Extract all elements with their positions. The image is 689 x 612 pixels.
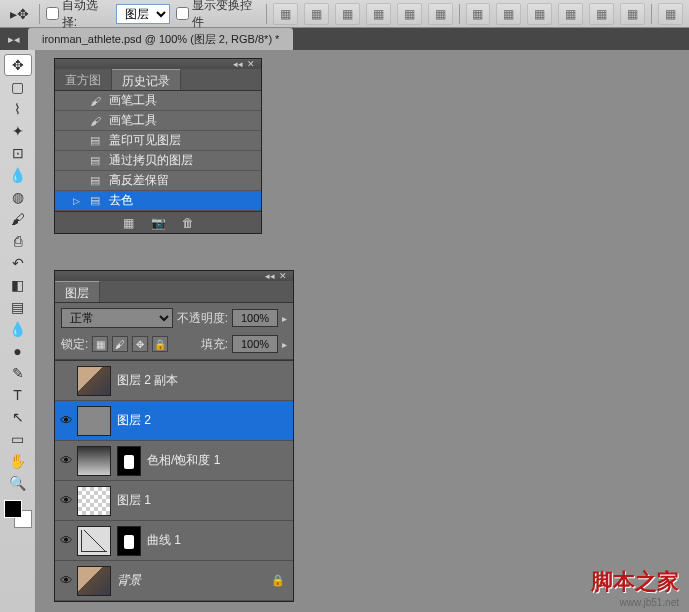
distribute-btn-4[interactable]: ▦ bbox=[558, 3, 583, 25]
layer-mask-thumbnail[interactable] bbox=[117, 526, 141, 556]
fill-arrow-icon[interactable]: ▸ bbox=[282, 339, 287, 350]
brush-tool[interactable]: 🖌 bbox=[4, 208, 32, 230]
history-item[interactable]: ▷▤去色 bbox=[55, 191, 261, 211]
document-tab[interactable]: ironman_athlete.psd @ 100% (图层 2, RGB/8*… bbox=[28, 28, 293, 50]
color-swatches[interactable] bbox=[4, 500, 32, 528]
lock-icon: 🔒 bbox=[271, 574, 285, 587]
layer-name[interactable]: 背景 bbox=[117, 572, 141, 589]
wand-tool[interactable]: ✦ bbox=[4, 120, 32, 142]
opacity-arrow-icon[interactable]: ▸ bbox=[282, 313, 287, 324]
stamp-tool[interactable]: ⎙ bbox=[4, 230, 32, 252]
layer-row[interactable]: 👁 背景 🔒 bbox=[55, 561, 293, 601]
align-btn-3[interactable]: ▦ bbox=[335, 3, 360, 25]
layer-thumbnail[interactable] bbox=[77, 526, 111, 556]
new-snapshot-icon[interactable]: 📷 bbox=[149, 215, 167, 231]
opacity-label: 不透明度: bbox=[177, 310, 228, 327]
layer-row[interactable]: 👁 图层 1 bbox=[55, 481, 293, 521]
align-btn-2[interactable]: ▦ bbox=[304, 3, 329, 25]
gradient-tool[interactable]: ▤ bbox=[4, 296, 32, 318]
align-btn-6[interactable]: ▦ bbox=[428, 3, 453, 25]
path-tool[interactable]: ↖ bbox=[4, 406, 32, 428]
tab-histogram[interactable]: 直方图 bbox=[55, 69, 112, 90]
tab-layers[interactable]: 图层 bbox=[55, 281, 100, 302]
distribute-btn-3[interactable]: ▦ bbox=[527, 3, 552, 25]
delete-icon[interactable]: 🗑 bbox=[179, 215, 197, 231]
align-btn-1[interactable]: ▦ bbox=[273, 3, 298, 25]
fill-value[interactable]: 100% bbox=[232, 335, 278, 353]
auto-select-dropdown[interactable]: 图层 bbox=[116, 4, 170, 24]
align-btn-4[interactable]: ▦ bbox=[366, 3, 391, 25]
layer-thumbnail[interactable] bbox=[77, 406, 111, 436]
history-item-label: 通过拷贝的图层 bbox=[109, 152, 193, 169]
distribute-btn-2[interactable]: ▦ bbox=[496, 3, 521, 25]
history-brush-tool[interactable]: ↶ bbox=[4, 252, 32, 274]
layer-thumbnail[interactable] bbox=[77, 566, 111, 596]
show-transform-label: 显示变换控件 bbox=[192, 0, 260, 31]
blend-mode-dropdown[interactable]: 正常 bbox=[61, 308, 173, 328]
align-btn-5[interactable]: ▦ bbox=[397, 3, 422, 25]
move-tool-icon[interactable]: ▸✥ bbox=[6, 3, 33, 25]
opacity-value[interactable]: 100% bbox=[232, 309, 278, 327]
shape-tool[interactable]: ▭ bbox=[4, 428, 32, 450]
show-transform-checkbox[interactable]: 显示变换控件 bbox=[176, 0, 260, 31]
eyedropper-tool[interactable]: 💧 bbox=[4, 164, 32, 186]
main-area: ✥ ▢ ⌇ ✦ ⊡ 💧 ◍ 🖌 ⎙ ↶ ◧ ▤ 💧 ● ✎ T ↖ ▭ ✋ 🔍 … bbox=[0, 50, 689, 612]
layer-name[interactable]: 曲线 1 bbox=[147, 532, 181, 549]
history-item[interactable]: ▤通过拷贝的图层 bbox=[55, 151, 261, 171]
crop-tool[interactable]: ⊡ bbox=[4, 142, 32, 164]
pen-tool[interactable]: ✎ bbox=[4, 362, 32, 384]
layer-row[interactable]: 👁 曲线 1 bbox=[55, 521, 293, 561]
move-tool[interactable]: ✥ bbox=[4, 54, 32, 76]
fill-label: 填充: bbox=[201, 336, 228, 353]
lasso-tool[interactable]: ⌇ bbox=[4, 98, 32, 120]
lock-all-icon[interactable]: 🔒 bbox=[152, 336, 168, 352]
foreground-swatch[interactable] bbox=[4, 500, 22, 518]
layer-thumbnail[interactable] bbox=[77, 366, 111, 396]
auto-select-checkbox[interactable]: 自动选择: bbox=[46, 0, 110, 31]
hand-tool[interactable]: ✋ bbox=[4, 450, 32, 472]
visibility-toggle[interactable]: 👁 bbox=[55, 493, 77, 508]
close-icon[interactable]: ✕ bbox=[247, 59, 255, 69]
layer-row[interactable]: 👁 图层 2 副本 bbox=[55, 361, 293, 401]
lock-transparency-icon[interactable]: ▦ bbox=[92, 336, 108, 352]
visibility-toggle[interactable]: 👁 bbox=[55, 413, 77, 428]
layer-name[interactable]: 图层 1 bbox=[117, 492, 151, 509]
layer-mask-thumbnail[interactable] bbox=[117, 446, 141, 476]
new-document-from-state-icon[interactable]: ▦ bbox=[119, 215, 137, 231]
distribute-btn-1[interactable]: ▦ bbox=[466, 3, 491, 25]
layer-row[interactable]: 👁 色相/饱和度 1 bbox=[55, 441, 293, 481]
distribute-btn-6[interactable]: ▦ bbox=[620, 3, 645, 25]
tab-history[interactable]: 历史记录 bbox=[112, 69, 181, 90]
history-item[interactable]: ▤盖印可见图层 bbox=[55, 131, 261, 151]
visibility-toggle[interactable]: 👁 bbox=[55, 533, 77, 548]
lock-pixels-icon[interactable]: 🖌 bbox=[112, 336, 128, 352]
visibility-toggle[interactable]: 👁 bbox=[55, 453, 77, 468]
layer-thumbnail[interactable] bbox=[77, 446, 111, 476]
panel-tabs: 图层 bbox=[55, 281, 293, 303]
zoom-tool[interactable]: 🔍 bbox=[4, 472, 32, 494]
layer-name[interactable]: 图层 2 bbox=[117, 412, 151, 429]
history-item[interactable]: ▤高反差保留 bbox=[55, 171, 261, 191]
collapse-icon[interactable]: ◂◂ bbox=[233, 59, 243, 69]
app-icon: ▸◂ bbox=[8, 33, 20, 46]
distribute-btn-5[interactable]: ▦ bbox=[589, 3, 614, 25]
history-item[interactable]: 🖌画笔工具 bbox=[55, 111, 261, 131]
history-item[interactable]: 🖌画笔工具 bbox=[55, 91, 261, 111]
separator bbox=[459, 4, 460, 24]
close-icon[interactable]: ✕ bbox=[279, 271, 287, 281]
visibility-toggle[interactable]: 👁 bbox=[55, 573, 77, 588]
document-icon: ▤ bbox=[87, 174, 103, 188]
auto-align-btn[interactable]: ▦ bbox=[658, 3, 683, 25]
collapse-icon[interactable]: ◂◂ bbox=[265, 271, 275, 281]
layer-thumbnail[interactable] bbox=[77, 486, 111, 516]
lock-position-icon[interactable]: ✥ bbox=[132, 336, 148, 352]
healing-tool[interactable]: ◍ bbox=[4, 186, 32, 208]
marquee-tool[interactable]: ▢ bbox=[4, 76, 32, 98]
layer-row[interactable]: 👁 图层 2 bbox=[55, 401, 293, 441]
blur-tool[interactable]: 💧 bbox=[4, 318, 32, 340]
layer-name[interactable]: 图层 2 副本 bbox=[117, 372, 178, 389]
type-tool[interactable]: T bbox=[4, 384, 32, 406]
layer-name[interactable]: 色相/饱和度 1 bbox=[147, 452, 220, 469]
eraser-tool[interactable]: ◧ bbox=[4, 274, 32, 296]
dodge-tool[interactable]: ● bbox=[4, 340, 32, 362]
